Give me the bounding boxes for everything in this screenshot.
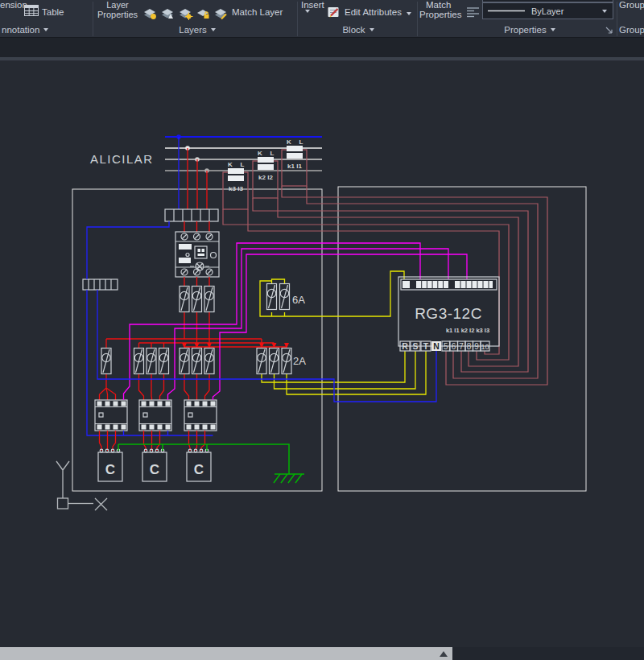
- relay-ct-terminal-label: k1 I1 k2 I2 k3 I3: [446, 327, 489, 334]
- svg-text:k1 I1: k1 I1: [287, 163, 302, 170]
- svg-text:5: 5: [444, 342, 448, 351]
- panel-label-properties[interactable]: Properties: [485, 25, 574, 35]
- layer-thaw-sun-icon[interactable]: [177, 6, 193, 20]
- layer-lock-icon[interactable]: [195, 6, 211, 20]
- combo-dropdown-icon[interactable]: [602, 10, 607, 13]
- panel-divider: [417, 2, 418, 36]
- panel-divider: [297, 2, 298, 36]
- dimension-partial-label[interactable]: ension: [0, 0, 27, 10]
- svg-text:L: L: [241, 161, 245, 168]
- svg-text:6: 6: [452, 342, 456, 351]
- panel-divider: [617, 2, 617, 36]
- svg-text:k2 I2: k2 I2: [258, 174, 273, 181]
- chevron-down-icon: [211, 28, 216, 31]
- match-properties-button-line2[interactable]: Properties: [419, 10, 461, 19]
- svg-text:K: K: [228, 161, 233, 168]
- svg-text:8: 8: [467, 342, 472, 351]
- schematic-canvas[interactable]: ALICILAR K L k1 I1 K L k2 I2 K L k3 I3: [0, 38, 644, 647]
- group-button[interactable]: Group: [619, 0, 644, 10]
- svg-text:K: K: [258, 150, 262, 157]
- panel-label-annotation[interactable]: nnotation: [2, 25, 48, 35]
- table-button[interactable]: Table: [42, 7, 64, 17]
- svg-text:L: L: [270, 150, 275, 157]
- svg-text:10: 10: [481, 343, 489, 351]
- edit-attributes-dropdown-icon[interactable]: [407, 12, 411, 15]
- svg-text:C: C: [194, 462, 204, 477]
- canvas-top-strip: [0, 38, 644, 57]
- layer-on-bulb-icon[interactable]: [142, 6, 158, 20]
- svg-text:k3 I3: k3 I3: [229, 185, 243, 192]
- svg-text:C: C: [105, 462, 115, 477]
- chevron-down-icon: [369, 28, 374, 31]
- panel-divider: [93, 2, 93, 36]
- canvas-separator: [0, 57, 644, 61]
- chevron-down-icon: [43, 28, 48, 31]
- svg-text:9: 9: [474, 342, 479, 351]
- insert-dropdown-icon[interactable]: [305, 10, 310, 13]
- layer-fade-icon[interactable]: [159, 6, 175, 20]
- layer-properties-button[interactable]: Layer Properties: [95, 1, 140, 19]
- svg-text:2A: 2A: [293, 355, 306, 367]
- drawing-title[interactable]: ALICILAR: [90, 152, 154, 166]
- panel-label-layers[interactable]: Layers: [165, 25, 229, 35]
- scrollbar-notch-icon[interactable]: [440, 651, 448, 657]
- panel-label-groups[interactable]: Group: [619, 25, 644, 35]
- match-properties-button[interactable]: Match: [426, 0, 451, 10]
- chevron-down-icon: [551, 28, 555, 31]
- horizontal-scrollbar[interactable]: [0, 647, 452, 660]
- svg-text:R: R: [402, 341, 408, 351]
- table-icon[interactable]: [24, 5, 39, 17]
- match-properties-icon[interactable]: [466, 6, 480, 18]
- svg-text:K: K: [287, 138, 291, 146]
- svg-text:N: N: [433, 341, 440, 351]
- svg-text:7: 7: [459, 342, 464, 351]
- svg-text:C: C: [150, 462, 159, 477]
- svg-text:6A: 6A: [292, 294, 305, 306]
- insert-button[interactable]: Insert: [301, 0, 324, 10]
- match-layer-icon[interactable]: [213, 6, 229, 20]
- panel-launcher-icon[interactable]: [605, 27, 614, 35]
- svg-text:S: S: [412, 341, 418, 351]
- relay-model-label: RG3-12C: [415, 305, 482, 322]
- svg-text:L: L: [299, 138, 303, 146]
- linetype-combo[interactable]: ByLayer: [482, 2, 613, 19]
- edit-attributes-button[interactable]: Edit Attributes: [345, 7, 402, 17]
- linetype-value: ByLayer: [531, 6, 564, 16]
- match-layer-button[interactable]: Match Layer: [232, 7, 283, 17]
- edit-attributes-icon[interactable]: [326, 5, 341, 19]
- svg-text:T: T: [423, 341, 429, 351]
- bylayer-line-swatch: [483, 3, 528, 19]
- ribbon: ension Table nnotation Layer Properties: [0, 0, 644, 38]
- panel-label-block[interactable]: Block: [326, 25, 390, 35]
